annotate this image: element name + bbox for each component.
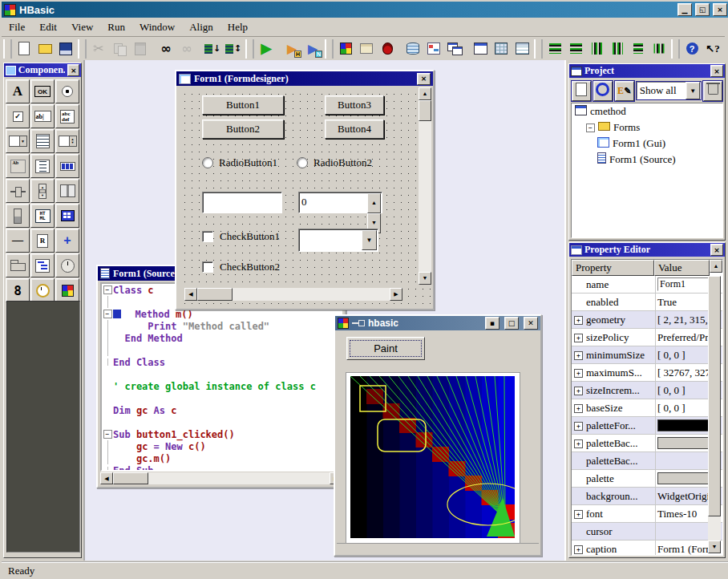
toolbar-grip[interactable] [534, 39, 543, 59]
scroll-up-icon[interactable]: ▲ [710, 260, 722, 273]
expand-plus-icon[interactable]: + [574, 404, 583, 413]
window-cascade-button[interactable] [444, 38, 465, 59]
menu-item-align[interactable]: Align [182, 19, 220, 35]
hbasic-close-icon[interactable]: ✕ [524, 317, 538, 330]
formdesigner-close-icon[interactable]: × [417, 73, 431, 85]
property-row-maximumS[interactable]: +maximumS...[ 32767, 32767 ] [572, 364, 722, 382]
property-row-sizeIncrem[interactable]: +sizeIncrem...[ 0, 0 ] [572, 382, 722, 399]
fold-gutter[interactable] [102, 464, 113, 472]
menu-item-run[interactable]: Run [100, 19, 132, 35]
palette-splitter-button[interactable] [55, 179, 79, 203]
scroll-thumb[interactable] [113, 472, 148, 484]
column-header-property[interactable]: Property [572, 260, 654, 276]
package-button[interactable] [356, 38, 377, 59]
help-button[interactable]: ? [681, 38, 702, 59]
property-value[interactable]: Form1 [655, 276, 711, 293]
scroll-thumb[interactable] [419, 100, 431, 121]
expand-plus-icon[interactable]: + [574, 545, 583, 554]
expand-plus-icon[interactable]: + [574, 316, 583, 325]
collapse-icon[interactable]: − [586, 123, 595, 132]
menu-item-view[interactable]: View [64, 19, 100, 35]
property-scrollbar[interactable]: ▼ [708, 276, 721, 553]
property-value[interactable]: [ 32767, 32767 ] [655, 364, 711, 381]
expand-plus-icon[interactable]: + [574, 422, 583, 431]
fold-gutter[interactable] [102, 392, 113, 404]
property-value[interactable]: Form1 (Formd... [655, 541, 711, 556]
fold-minus-icon[interactable]: − [103, 285, 112, 294]
toolbar-grip[interactable] [3, 39, 12, 59]
expand-plus-icon[interactable]: + [574, 439, 583, 448]
palette-timer-button[interactable] [30, 278, 55, 302]
property-value[interactable]: Times-10 [655, 505, 711, 522]
fold-minus-icon[interactable]: − [103, 430, 112, 439]
spin-up-icon[interactable]: ▲ [367, 193, 381, 213]
designer-radiobutton2[interactable]: RadioButton2 [297, 156, 372, 169]
project-panel-close-icon[interactable]: × [710, 65, 723, 77]
palette-list-box-button[interactable] [30, 129, 55, 153]
chevron-down-icon[interactable]: ▼ [362, 230, 377, 250]
property-editor-close-icon[interactable]: × [710, 244, 723, 256]
toolbar-grip[interactable] [671, 39, 680, 59]
close-button[interactable]: × [713, 3, 727, 16]
palette-slider-button[interactable] [6, 179, 30, 203]
designer-spinbox[interactable]: 0▲▼ [298, 192, 382, 213]
menu-item-file[interactable]: File [2, 19, 32, 35]
hbasic-titlebar[interactable]: hbasic ▪ □ ✕ [335, 316, 540, 330]
scroll-left-icon[interactable]: ◀ [100, 472, 113, 484]
list-move-down-button[interactable]: ↓ [202, 38, 223, 59]
fold-gutter[interactable] [102, 368, 113, 380]
fold-gutter[interactable] [102, 380, 113, 392]
formdesigner-titlebar[interactable]: Form1 (Formdesigner) × [176, 71, 433, 86]
scroll-down-icon[interactable]: ▼ [708, 541, 721, 553]
fold-gutter[interactable] [102, 440, 113, 452]
palette-radio-button-button[interactable] [55, 79, 79, 103]
database-button[interactable] [402, 38, 423, 59]
spinbox-arrows[interactable]: ▲▼ [367, 193, 381, 212]
table-view-button[interactable] [512, 38, 532, 59]
property-value[interactable] [655, 523, 711, 540]
property-row-paletteBac[interactable]: +paletteBac... [572, 435, 722, 452]
palette-check-box-button[interactable]: ✓ [6, 104, 30, 128]
property-value[interactable]: [ 0, 0 ] [655, 346, 711, 363]
fold-gutter[interactable] [102, 332, 113, 344]
palette-layout-spacer-button[interactable]: + [55, 229, 79, 253]
project-panel-titlebar[interactable]: Project × [569, 64, 725, 78]
source-hscrollbar[interactable]: ◀ ▶ [100, 472, 342, 484]
scroll-thumb[interactable] [197, 288, 233, 301]
paint-button[interactable]: Paint [346, 337, 425, 360]
palette-list-view-button[interactable] [30, 154, 55, 178]
palette-scroll-bar-button[interactable]: ▲▼ [30, 179, 55, 203]
menu-item-help[interactable]: Help [220, 19, 255, 35]
palette-dial-button[interactable] [55, 253, 79, 277]
property-value[interactable] [655, 470, 711, 487]
new-file-button[interactable] [14, 38, 34, 59]
designer-radiobutton1[interactable]: RadioButton1 [202, 156, 277, 169]
palette-toggle-button[interactable] [6, 204, 30, 228]
property-value[interactable] [655, 435, 711, 451]
fold-gutter[interactable] [102, 416, 113, 428]
palette-combo-box-button[interactable]: ▼ [6, 129, 30, 153]
fold-gutter[interactable] [102, 344, 113, 356]
code-editor[interactable]: −Class c− Method m() Print "Method calle… [100, 282, 342, 472]
tree-item-form1-gui-[interactable]: Form1 (Gui) [572, 136, 722, 152]
designer-button4[interactable]: Button4 [325, 119, 384, 139]
property-row-sizePolicy[interactable]: +sizePolicyPreferred/Prefe... [572, 329, 722, 346]
run-hbasic-button[interactable]: ▶H [281, 38, 302, 59]
palette-line-button[interactable]: — [6, 229, 30, 253]
fold-gutter[interactable]: − [102, 428, 113, 440]
run-button[interactable]: ▶ [256, 38, 277, 59]
tree-item-cmethod[interactable]: cmethod [572, 103, 722, 119]
save-file-button[interactable] [55, 38, 76, 59]
expand-plus-icon[interactable]: + [574, 334, 583, 342]
property-row-paletteBac[interactable]: paletteBac... [572, 452, 722, 470]
palette-push-button-button[interactable]: OK [30, 79, 55, 103]
trash-button[interactable] [703, 81, 722, 101]
property-row-paletteFor[interactable]: +paletteFor... [572, 417, 722, 435]
open-file-button[interactable] [34, 38, 55, 59]
property-value[interactable]: [ 0, 0 ] [655, 399, 711, 416]
property-row-palette[interactable]: palette [572, 470, 722, 488]
menu-item-window[interactable]: Window [132, 19, 182, 35]
grid-view-button[interactable] [491, 38, 512, 59]
palette-line-edit-button[interactable]: ab| [30, 104, 55, 128]
scroll-left-icon[interactable]: ◀ [184, 288, 197, 301]
